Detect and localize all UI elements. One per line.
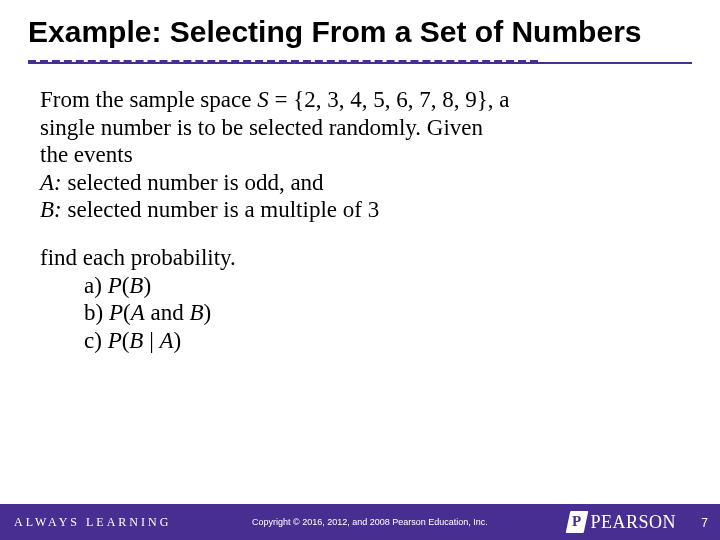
var-B: B: bbox=[40, 197, 62, 222]
sublist: a) P(B) b) P(A and B) c) P(B | A) bbox=[40, 272, 680, 355]
paren: ) bbox=[143, 273, 151, 298]
text: = {2, 3, 4, 5, 6, 7, 8, 9}, a bbox=[269, 87, 510, 112]
pearson-logo-icon bbox=[566, 511, 589, 533]
body-line-2: single number is to be selected randomly… bbox=[40, 114, 680, 142]
brand-block: PEARSON bbox=[568, 511, 720, 533]
label-a: a) bbox=[84, 273, 108, 298]
var-B: B bbox=[129, 328, 143, 353]
find-line: find each probability. bbox=[40, 244, 680, 272]
var-A: A bbox=[131, 300, 145, 325]
item-c: c) P(B | A) bbox=[84, 327, 680, 355]
func-P: P bbox=[108, 328, 122, 353]
slide: Example: Selecting From a Set of Numbers… bbox=[0, 0, 720, 540]
text: selected number is odd, and bbox=[62, 170, 324, 195]
cond-bar: | bbox=[143, 328, 159, 353]
var-A: A bbox=[160, 328, 174, 353]
paren: ) bbox=[204, 300, 212, 325]
var-B: B bbox=[189, 300, 203, 325]
var-A: A: bbox=[40, 170, 62, 195]
spacer bbox=[40, 224, 680, 244]
text: From the sample space bbox=[40, 87, 257, 112]
body-line-1: From the sample space S = {2, 3, 4, 5, 6… bbox=[40, 86, 680, 114]
label-c: c) bbox=[84, 328, 108, 353]
title-block: Example: Selecting From a Set of Numbers bbox=[0, 0, 720, 50]
item-b: b) P(A and B) bbox=[84, 299, 680, 327]
text: selected number is a multiple of 3 bbox=[62, 197, 379, 222]
body-line-3: the events bbox=[40, 141, 680, 169]
footer-bar: ALWAYS LEARNING Copyright © 2016, 2012, … bbox=[0, 504, 720, 540]
func-P: P bbox=[109, 300, 123, 325]
page-number: 7 bbox=[701, 516, 708, 530]
label-b: b) bbox=[84, 300, 109, 325]
footer-tagline: ALWAYS LEARNING bbox=[0, 515, 171, 530]
slide-title: Example: Selecting From a Set of Numbers bbox=[28, 14, 692, 50]
pearson-wordmark: PEARSON bbox=[590, 512, 676, 533]
copyright-text: Copyright © 2016, 2012, and 2008 Pearson… bbox=[171, 517, 568, 527]
item-a: a) P(B) bbox=[84, 272, 680, 300]
var-S: S bbox=[257, 87, 269, 112]
var-B: B bbox=[129, 273, 143, 298]
text-and: and bbox=[145, 300, 190, 325]
paren: ( bbox=[123, 300, 131, 325]
func-P: P bbox=[108, 273, 122, 298]
body-line-4: A: selected number is odd, and bbox=[40, 169, 680, 197]
body-line-5: B: selected number is a multiple of 3 bbox=[40, 196, 680, 224]
content-body: From the sample space S = {2, 3, 4, 5, 6… bbox=[0, 64, 720, 354]
paren: ) bbox=[174, 328, 182, 353]
